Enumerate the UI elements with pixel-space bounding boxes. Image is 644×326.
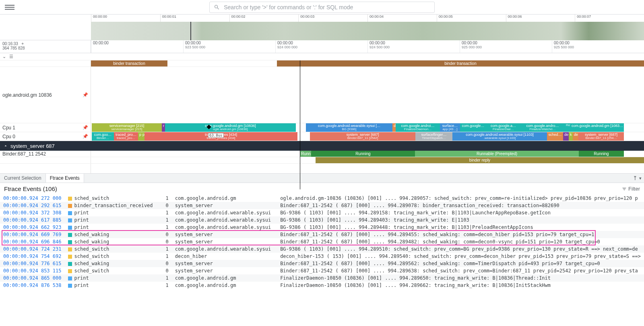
- event-args: Binder:687_11-2542 ( 687) [000] .... 994…: [277, 260, 644, 267]
- track-label-process[interactable]: ogle.android.gm 10836 📌: [0, 67, 91, 123]
- menu-button[interactable]: [5, 2, 14, 12]
- track-area[interactable]: binder transaction binder transaction og…: [0, 60, 644, 173]
- search-icon: [214, 4, 220, 10]
- event-row[interactable]: 00:00:00.924 865 000 print 1 com.google.…: [0, 274, 644, 282]
- event-cpu: 0: [162, 231, 172, 238]
- chevron-up-icon: [3, 143, 8, 148]
- event-cpu: 1: [162, 253, 172, 260]
- event-name: print: [65, 274, 162, 282]
- event-row[interactable]: 00:00:00.924 853 115 sched_switch 0 syst…: [0, 267, 644, 274]
- event-args: FinalizerDaemon-10850 (10836) [001] ....…: [277, 282, 644, 289]
- cpu-slice[interactable]: surface…app [49…]: [440, 123, 460, 132]
- cpu-slice[interactable]: com.google.andro…FinalizerWatchd…: [520, 123, 565, 132]
- ftrace-events-table[interactable]: 00:00:00.924 272 000 sched_switch 1 com.…: [0, 195, 644, 289]
- cpu-slice[interactable]: p: [141, 132, 144, 141]
- thread-state-slice[interactable]: Runn…: [300, 151, 311, 157]
- thread-state-slice[interactable]: Running: [311, 151, 415, 157]
- filter-icon: [622, 187, 627, 191]
- track-label-cpu1[interactable]: Cpu 1📌: [0, 123, 91, 132]
- overview-timeline[interactable]: 00:00:0000:00:0100:00:0200:00:0300:00:04…: [0, 15, 644, 40]
- event-row[interactable]: 00:00:00.924 776 615 sched_waking 0 syst…: [0, 260, 644, 267]
- event-row[interactable]: 00:00:00.924 696 846 sched_waking 0 syst…: [0, 238, 644, 245]
- event-cpu: 0: [162, 202, 172, 209]
- event-name: print: [65, 209, 162, 216]
- event-process: com.google.android.wearable.sysui: [172, 245, 277, 253]
- color-swatch: [68, 204, 72, 208]
- cpu-slice[interactable]: com.google.a…FinalizerDae…: [486, 123, 520, 132]
- event-args: BG-9386 ( 1103) [001] .... 994.289158: t…: [277, 209, 644, 216]
- event-cpu: 0: [162, 260, 172, 267]
- group-header-system-server[interactable]: system_server 687: [0, 141, 644, 151]
- track-label-thread[interactable]: Binder:687_11 2542: [0, 151, 91, 157]
- event-cpu: 1: [162, 245, 172, 253]
- cpu-slice[interactable]: de: [573, 132, 578, 141]
- color-swatch: [68, 269, 72, 273]
- slice-binder-tx[interactable]: binder transaction: [91, 60, 167, 66]
- color-swatch: [68, 255, 72, 259]
- event-process: com.google.android.wearable.sysui: [172, 209, 277, 216]
- pin-icon[interactable]: 📌: [83, 92, 88, 98]
- cpu-slice[interactable]: com.google.android.gm [10836]ogle.androi…: [165, 123, 296, 132]
- cpu-slice[interactable]: p: [138, 132, 141, 141]
- cpu-slice[interactable]: com.google.android.wearable.sysui […BG […: [306, 123, 392, 132]
- event-row[interactable]: 00:00:00.924 669 769 sched_waking 0 syst…: [0, 231, 644, 238]
- collapse-toggle[interactable]: ⌄ ☰: [0, 53, 644, 60]
- event-args: Binder:687_11-2542 ( 687) [000] .... 994…: [277, 267, 644, 274]
- search-input[interactable]: [224, 4, 430, 10]
- cpu-slice[interactable]: servicemanager [215]servicemanager [215]: [92, 123, 162, 132]
- tab-ftrace-events[interactable]: Ftrace Events: [46, 174, 84, 183]
- cpu-slice[interactable]: system_server [687]Binder:687_11 [2542]: [310, 132, 415, 141]
- color-swatch: [68, 226, 72, 230]
- event-row[interactable]: 00:00:00.924 617 885 print 1 com.google.…: [0, 216, 644, 224]
- cpu-slice[interactable]: com.google.android.wearable.sysui [1103]…: [452, 132, 547, 141]
- cpu-slice[interactable]: com.goo…Binder…: [92, 132, 114, 141]
- event-args: BG-9386 ( 1103) [001] .... 994.289403: t…: [277, 216, 644, 224]
- event-cpu: 1: [162, 274, 172, 282]
- event-row[interactable]: 00:00:00.924 662 923 print 1 com.google.…: [0, 224, 644, 231]
- tab-current-selection[interactable]: Current Selection: [0, 174, 46, 183]
- event-row[interactable]: 00:00:00.924 372 308 print 1 com.google.…: [0, 209, 644, 216]
- cpu-slice[interactable]: system_server [687]Binder:687_11 [254…: [578, 132, 624, 141]
- filter-button[interactable]: Filter: [622, 186, 640, 192]
- event-cpu: 1: [162, 216, 172, 224]
- event-row[interactable]: 00:00:00.924 754 692 sched_switch 1 deco…: [0, 253, 644, 260]
- event-name: print: [65, 224, 162, 231]
- event-row[interactable]: 00:00:00.924 876 538 print 1 com.google.…: [0, 282, 644, 289]
- event-timestamp: 00:00:00.924 292 615: [0, 202, 65, 209]
- event-row[interactable]: 00:00:00.924 272 000 sched_switch 1 com.…: [0, 195, 644, 202]
- event-timestamp: 00:00:00.924 876 538: [0, 282, 65, 289]
- cpu-slice[interactable]: de: [563, 132, 569, 141]
- cpu-slice[interactable]: sched…: [547, 132, 563, 141]
- cpu-slice[interactable]: d: [392, 123, 396, 132]
- color-swatch: [68, 197, 72, 201]
- event-row[interactable]: 00:00:00.924 292 615 binder_transaction_…: [0, 202, 644, 209]
- cpu-slice[interactable]: surfaceflinger…TimerDispatch…: [415, 132, 452, 141]
- slice-binder-reply[interactable]: binder reply: [316, 157, 644, 163]
- event-cpu: 1: [162, 282, 172, 289]
- event-cpu: 0: [162, 267, 172, 274]
- event-row[interactable]: 00:00:00.924 724 231 sched_switch 1 com.…: [0, 245, 644, 253]
- slice-binder-tx[interactable]: binder transaction: [277, 60, 644, 66]
- pin-icon[interactable]: 📌: [83, 125, 88, 130]
- pin-icon[interactable]: 📌: [83, 134, 88, 139]
- cpu-slice[interactable]: r: [162, 123, 165, 132]
- cpu-slice[interactable]: com.google.androi…FinalizerDaemon…: [396, 123, 440, 132]
- cpu-slice[interactable]: traced_pro…traced_pro…: [114, 132, 138, 141]
- search-box[interactable]: [209, 2, 435, 13]
- chevron-down-icon[interactable]: ▾: [639, 176, 642, 181]
- event-args: Binder:687_11-2542 ( 687) [000] .... 994…: [277, 202, 644, 209]
- cpu-slice[interactable]: com.google…: [460, 123, 486, 132]
- thread-state-slice[interactable]: Runnable (Preempted): [415, 151, 579, 157]
- track-label-cpu0[interactable]: Cpu 0📌: [0, 132, 91, 141]
- scroll-top-icon[interactable]: ⤒: [633, 175, 638, 181]
- cpu-slice[interactable]: ReferenceQueueD [10849]: [565, 123, 570, 132]
- event-timestamp: 00:00:00.924 865 000: [0, 274, 65, 282]
- event-name: sched_switch: [65, 245, 162, 253]
- details-tabs: Current Selection Ftrace Events ⤒ ▾: [0, 173, 644, 183]
- thread-state-slice[interactable]: Running: [579, 151, 624, 157]
- cpu-slice[interactable]: k: [569, 132, 573, 141]
- time-ruler[interactable]: 00:16:33 + 364 785 828 00:00:0000:00:009…: [0, 40, 644, 53]
- cpu-slice[interactable]: com.google.android.gm [1083…: [570, 123, 624, 132]
- time-cursor[interactable]: [300, 60, 300, 189]
- event-process: decon_hiber: [172, 253, 277, 260]
